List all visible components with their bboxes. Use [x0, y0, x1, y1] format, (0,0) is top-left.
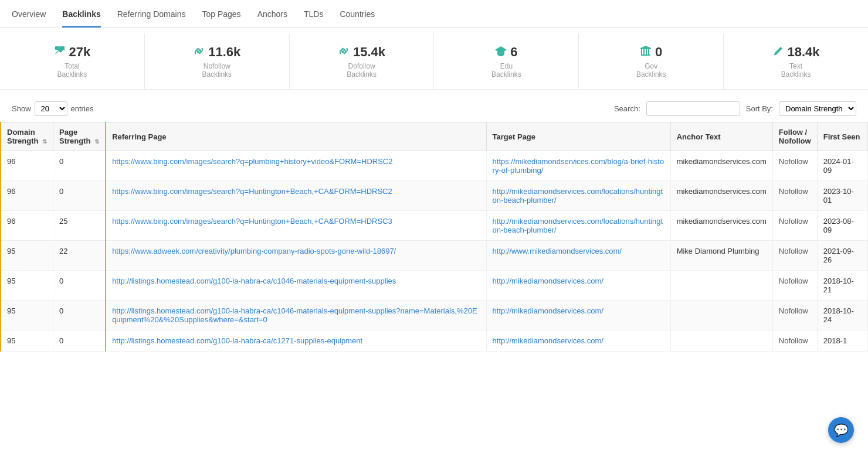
table-cell-3-5: Nofollow — [772, 241, 817, 271]
table-cell-1-2[interactable]: https://www.bing.com/images/search?q=Hun… — [106, 181, 486, 211]
table-cell-0-2[interactable]: https://www.bing.com/images/search?q=plu… — [106, 151, 486, 181]
stat-number: 0 — [655, 45, 662, 60]
search-input[interactable] — [646, 101, 740, 116]
table-cell-2-5: Nofollow — [772, 211, 817, 241]
table-cell-4-3[interactable]: http://mikediamondservices.com/ — [486, 271, 670, 301]
entries-select[interactable]: 102050100 — [35, 101, 67, 116]
link-2-3[interactable]: http://mikediamondservices.com/locations… — [493, 217, 663, 234]
tab-overview[interactable]: Overview — [12, 0, 46, 28]
table-cell-4-4 — [670, 271, 772, 301]
stat-icon — [54, 45, 66, 60]
stat-label: TextBacklinks — [781, 62, 811, 79]
tab-referring-domains[interactable]: Referring Domains — [117, 0, 186, 28]
link-0-2[interactable]: https://www.bing.com/images/search?q=plu… — [112, 157, 392, 166]
col-header-4[interactable]: Anchor Text — [670, 122, 772, 151]
col-header-6[interactable]: First Seen — [817, 122, 867, 151]
table-cell-6-6: 2018-1 — [817, 330, 867, 352]
stat-number: 18.4k — [788, 45, 820, 60]
table-cell-5-6: 2018-10-24 — [817, 301, 867, 330]
table-cell-0-6: 2024-01-09 — [817, 151, 867, 181]
show-label: Show — [12, 104, 31, 113]
table-cell-5-4 — [670, 301, 772, 330]
table-cell-4-1: 0 — [53, 271, 106, 301]
tab-anchors[interactable]: Anchors — [257, 0, 287, 28]
table-cell-5-1: 0 — [53, 301, 106, 330]
table-cell-2-1: 25 — [53, 211, 106, 241]
table-cell-3-4: Mike Diamond Plumbing — [670, 241, 772, 271]
stat-card-2: 15.4k DofollowBacklinks — [290, 34, 435, 89]
table-cell-6-5: Nofollow — [772, 330, 817, 352]
table-cell-2-2[interactable]: https://www.bing.com/images/search?q=Hun… — [106, 211, 486, 241]
table-cell-4-5: Nofollow — [772, 271, 817, 301]
col-header-3[interactable]: Target Page — [486, 122, 670, 151]
sort-label: Sort By: — [746, 104, 773, 113]
link-6-3[interactable]: http://mikediamondservices.com/ — [493, 336, 603, 345]
table-row: 960https://www.bing.com/images/search?q=… — [1, 151, 868, 181]
link-4-3[interactable]: http://mikediamondservices.com/ — [493, 277, 603, 285]
stat-label: EduBacklinks — [491, 62, 521, 79]
table-cell-5-3[interactable]: http://mikediamondservices.com/ — [486, 301, 670, 330]
table-cell-3-3[interactable]: http://www.mikediamondservices.com/ — [486, 241, 670, 271]
table-cell-0-3[interactable]: https://mikediamondservices.com/blog/a-b… — [486, 151, 670, 181]
table-cell-6-4 — [670, 330, 772, 352]
link-1-2[interactable]: https://www.bing.com/images/search?q=Hun… — [112, 187, 392, 196]
link-3-2[interactable]: https://www.adweek.com/creativity/plumbi… — [112, 247, 396, 255]
link-6-2[interactable]: http://listings.homestead.com/g100-la-ha… — [112, 336, 362, 345]
table-cell-2-3[interactable]: http://mikediamondservices.com/locations… — [486, 211, 670, 241]
table-cell-5-2[interactable]: http://listings.homestead.com/g100-la-ha… — [106, 301, 486, 330]
tab-top-pages[interactable]: Top Pages — [202, 0, 240, 28]
stat-value: 6 — [495, 45, 517, 60]
stat-label: TotalBacklinks — [57, 62, 87, 79]
stat-card-3: 6 EduBacklinks — [434, 34, 579, 89]
stat-value: 11.6k — [193, 45, 240, 60]
stat-number: 15.4k — [353, 45, 385, 60]
backlinks-table-wrap: DomainStrength ⇅PageStrength ⇅Referring … — [0, 122, 868, 357]
table-cell-3-0: 95 — [1, 241, 53, 271]
table-cell-6-1: 0 — [53, 330, 106, 352]
stat-card-0: 27k TotalBacklinks — [0, 34, 145, 89]
link-2-2[interactable]: https://www.bing.com/images/search?q=Hun… — [112, 217, 392, 226]
table-cell-4-2[interactable]: http://listings.homestead.com/g100-la-ha… — [106, 271, 486, 301]
link-3-3[interactable]: http://www.mikediamondservices.com/ — [493, 247, 622, 255]
stat-icon — [495, 45, 507, 60]
link-1-3[interactable]: http://mikediamondservices.com/locations… — [493, 187, 663, 204]
link-0-3[interactable]: https://mikediamondservices.com/blog/a-b… — [493, 157, 664, 175]
table-cell-0-5: Nofollow — [772, 151, 817, 181]
svg-rect-3 — [641, 49, 642, 54]
table-cell-1-3[interactable]: http://mikediamondservices.com/locations… — [486, 181, 670, 211]
col-header-5[interactable]: Follow /Nofollow — [772, 122, 817, 151]
table-cell-6-3[interactable]: http://mikediamondservices.com/ — [486, 330, 670, 352]
table-cell-1-6: 2023-10-01 — [817, 181, 867, 211]
table-cell-1-0: 96 — [1, 181, 53, 211]
svg-rect-6 — [648, 49, 649, 54]
tab-bar: OverviewBacklinksReferring DomainsTop Pa… — [0, 0, 868, 28]
stat-card-1: 11.6k NofollowBacklinks — [145, 34, 290, 89]
col-header-1[interactable]: PageStrength ⇅ — [53, 122, 106, 151]
sort-select[interactable]: Domain StrengthPage StrengthFirst Seen — [779, 101, 856, 116]
table-row: 9522https://www.adweek.com/creativity/pl… — [1, 241, 868, 271]
svg-rect-2 — [641, 54, 650, 56]
stat-number: 6 — [510, 45, 517, 60]
tab-backlinks[interactable]: Backlinks — [62, 0, 100, 28]
table-cell-1-5: Nofollow — [772, 181, 817, 211]
link-5-3[interactable]: http://mikediamondservices.com/ — [493, 306, 603, 315]
table-cell-3-6: 2021-09-26 — [817, 241, 867, 271]
tab-countries[interactable]: Countries — [340, 0, 375, 28]
stat-label: NofollowBacklinks — [202, 62, 232, 79]
link-5-2[interactable]: http://listings.homestead.com/g100-la-ha… — [112, 306, 477, 324]
sort-icon: ⇅ — [42, 138, 47, 145]
sort-icon: ⇅ — [94, 138, 99, 145]
tab-tlds[interactable]: TLDs — [304, 0, 323, 28]
table-cell-3-2[interactable]: https://www.adweek.com/creativity/plumbi… — [106, 241, 486, 271]
table-cell-5-0: 95 — [1, 301, 53, 330]
stat-card-5: 18.4k TextBacklinks — [724, 34, 868, 89]
col-header-0[interactable]: DomainStrength ⇅ — [1, 122, 53, 151]
svg-rect-5 — [646, 49, 647, 54]
table-row: 950http://listings.homestead.com/g100-la… — [1, 271, 868, 301]
col-header-2[interactable]: Referring Page — [106, 122, 486, 151]
controls-row: Show 102050100 entries Search: Sort By: … — [0, 96, 868, 122]
table-cell-2-6: 2023-08-09 — [817, 211, 867, 241]
link-4-2[interactable]: http://listings.homestead.com/g100-la-ha… — [112, 277, 396, 285]
table-cell-6-2[interactable]: http://listings.homestead.com/g100-la-ha… — [106, 330, 486, 352]
svg-rect-4 — [643, 49, 645, 54]
